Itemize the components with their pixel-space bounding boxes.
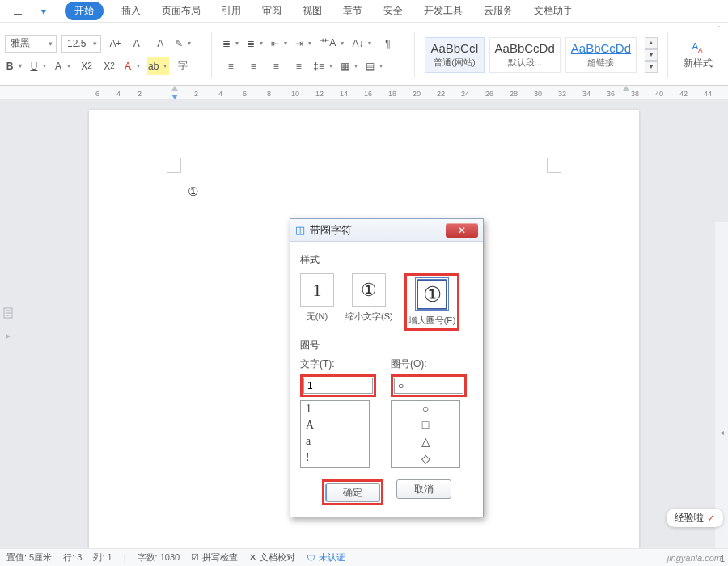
style-option-none[interactable]: 1 无(N) bbox=[300, 273, 334, 323]
new-style-label: 新样式 bbox=[684, 57, 713, 70]
ring-listbox[interactable]: ○ □ △ ◇ bbox=[391, 400, 460, 468]
brand-watermark: 经验啦 ✓ bbox=[667, 509, 723, 527]
inputs-row: 文字(T): 1 A a ! 1 圈号(O): bbox=[300, 357, 473, 468]
font-shading-button[interactable]: A bbox=[53, 57, 73, 75]
first-line-indent-marker[interactable] bbox=[171, 95, 178, 99]
clear-format-icon[interactable]: ✎ bbox=[174, 35, 193, 53]
dialog-body: 样式 1 无(N) ① 缩小文字(S) ① 增大圈号(E) 圈号 bbox=[290, 242, 483, 517]
ruler-tick: 36 bbox=[607, 90, 615, 98]
list-item[interactable]: 1 bbox=[301, 401, 369, 417]
ok-button[interactable]: 确定 bbox=[325, 483, 380, 502]
grow-font-icon[interactable]: A+ bbox=[106, 35, 124, 53]
list-item[interactable]: ! bbox=[301, 450, 369, 466]
sort-button[interactable]: A↓ bbox=[351, 35, 374, 53]
cancel-button[interactable]: 取消 bbox=[396, 479, 451, 499]
margin-corner bbox=[167, 158, 181, 173]
style-default-paragraph[interactable]: AaBbCcDd 默认段... bbox=[489, 37, 561, 73]
tab-cloud[interactable]: 云服务 bbox=[480, 1, 516, 21]
ruler[interactable]: 6 4 2 2 4 6 8 10 12 14 16 18 20 22 24 26… bbox=[0, 86, 728, 100]
font-group: 雅黑 12.5 A+ A- A ✎ B U A X2 X2 A ab 字 bbox=[5, 35, 201, 75]
tab-chapter[interactable]: 章节 bbox=[340, 1, 366, 21]
tab-insert[interactable]: 插入 bbox=[118, 1, 144, 21]
bold-button[interactable]: B bbox=[5, 57, 24, 75]
tab-view[interactable]: 视图 bbox=[299, 1, 325, 21]
divider bbox=[667, 32, 668, 78]
tab-doc-helper[interactable]: 文档助手 bbox=[531, 1, 576, 21]
tab-home[interactable]: 开始 bbox=[65, 2, 104, 20]
font-name-combo[interactable]: 雅黑 bbox=[5, 35, 57, 53]
list-item[interactable]: ○ bbox=[392, 401, 459, 417]
list-item[interactable]: A bbox=[301, 417, 369, 433]
superscript-button[interactable]: X2 bbox=[100, 57, 118, 75]
tab-security[interactable]: 安全 bbox=[380, 1, 406, 21]
indent-increase-button[interactable]: ⇥ bbox=[294, 35, 314, 53]
ruler-tick: 6 bbox=[243, 90, 247, 98]
align-left-button[interactable]: ≡ bbox=[222, 57, 239, 75]
shrink-font-icon[interactable]: A- bbox=[129, 35, 146, 53]
line-spacing-button[interactable]: ‡≡ bbox=[312, 57, 335, 75]
svg-rect-0 bbox=[14, 14, 22, 15]
enclose-char-button[interactable]: 字 bbox=[174, 57, 192, 75]
text-listbox[interactable]: 1 A a ! 1 bbox=[300, 400, 370, 468]
align-justify-button[interactable]: ≡ bbox=[290, 57, 307, 75]
hanging-indent-marker[interactable] bbox=[171, 86, 178, 91]
style-preview: AaBbCcI bbox=[430, 41, 478, 55]
font-size-combo[interactable]: 12.5 bbox=[61, 35, 101, 53]
text-input[interactable] bbox=[303, 378, 373, 394]
change-case-icon[interactable]: A bbox=[151, 35, 169, 53]
ruler-tick: 44 bbox=[704, 90, 712, 98]
indent-decrease-button[interactable]: ⇤ bbox=[270, 35, 290, 53]
subscript-button[interactable]: X2 bbox=[78, 57, 95, 75]
dock-page-icon[interactable] bbox=[2, 306, 15, 319]
ribbon-collapse-icon[interactable]: ˆ bbox=[713, 24, 725, 36]
status-word-count[interactable]: 字数: 1030 bbox=[138, 551, 180, 564]
list-item[interactable]: 1 bbox=[301, 466, 369, 468]
font-color-button[interactable]: A bbox=[123, 57, 142, 75]
spell-check-button[interactable]: ☑ 拼写检查 bbox=[191, 551, 238, 564]
ruler-tick: 30 bbox=[534, 90, 542, 98]
file-dropdown[interactable]: ▾ bbox=[32, 2, 55, 20]
list-item[interactable]: ◇ bbox=[392, 450, 459, 467]
styles-scroll-down[interactable]: ▾ bbox=[645, 49, 658, 61]
list-item[interactable]: a bbox=[301, 433, 369, 450]
dock-nav-icon[interactable]: ▸ bbox=[2, 329, 15, 342]
list-item[interactable]: □ bbox=[392, 417, 459, 433]
borders-button[interactable]: ▤ bbox=[365, 57, 385, 75]
showmarks-button[interactable]: ¶ bbox=[379, 35, 396, 53]
tab-review[interactable]: 审阅 bbox=[259, 1, 285, 21]
doc-proof-button[interactable]: ✕ 文档校对 bbox=[249, 551, 295, 564]
ruler-tick: 8 bbox=[267, 90, 271, 98]
style-normal-web[interactable]: AaBbCcI 普通(网站) bbox=[425, 37, 484, 73]
right-indent-marker[interactable] bbox=[623, 86, 629, 91]
close-icon[interactable]: ✕ bbox=[446, 223, 478, 238]
shading-para-button[interactable]: ▦ bbox=[340, 57, 360, 75]
ruler-tick: 22 bbox=[437, 90, 445, 98]
style-hyperlink[interactable]: AaBbCcDd 超链接 bbox=[565, 37, 637, 73]
bullets-button[interactable]: ≣ bbox=[222, 35, 241, 53]
side-panel-handle[interactable]: ◂ bbox=[715, 222, 728, 548]
dialog-titlebar[interactable]: ◫ 带圈字符 ✕ bbox=[290, 219, 483, 242]
styles-expand[interactable]: ▾ bbox=[645, 61, 658, 73]
tab-devtools[interactable]: 开发工具 bbox=[421, 1, 466, 21]
style-option-enlarge[interactable]: ① 增大圈号(E) bbox=[408, 277, 456, 327]
auth-status[interactable]: 🛡 未认证 bbox=[307, 551, 345, 564]
style-option-shrink[interactable]: ① 缩小文字(S) bbox=[345, 273, 393, 323]
sample-box: ① bbox=[352, 273, 386, 307]
highlight-button[interactable]: ab bbox=[147, 57, 169, 75]
new-style-button[interactable]: AA 新样式 bbox=[678, 39, 718, 70]
styles-scroll-up[interactable]: ▴ bbox=[645, 37, 658, 49]
list-item[interactable]: △ bbox=[392, 433, 459, 450]
brand-text: 经验啦 bbox=[675, 511, 704, 525]
align-center-button[interactable]: ≡ bbox=[244, 57, 262, 75]
text-direction-button[interactable]: 艹A bbox=[319, 35, 346, 53]
tab-page-layout[interactable]: 页面布局 bbox=[159, 1, 204, 21]
ruler-tick: 2 bbox=[194, 90, 198, 98]
status-position: 置值: 5厘米 bbox=[6, 551, 52, 564]
ring-input[interactable] bbox=[394, 378, 463, 394]
menu-minimize-icon[interactable] bbox=[3, 2, 32, 20]
align-right-button[interactable]: ≡ bbox=[267, 57, 285, 75]
sample-label: 无(N) bbox=[307, 310, 328, 323]
tab-references[interactable]: 引用 bbox=[218, 1, 244, 21]
numbering-button[interactable]: ≣ bbox=[246, 35, 265, 53]
underline-button[interactable]: U bbox=[29, 57, 49, 75]
